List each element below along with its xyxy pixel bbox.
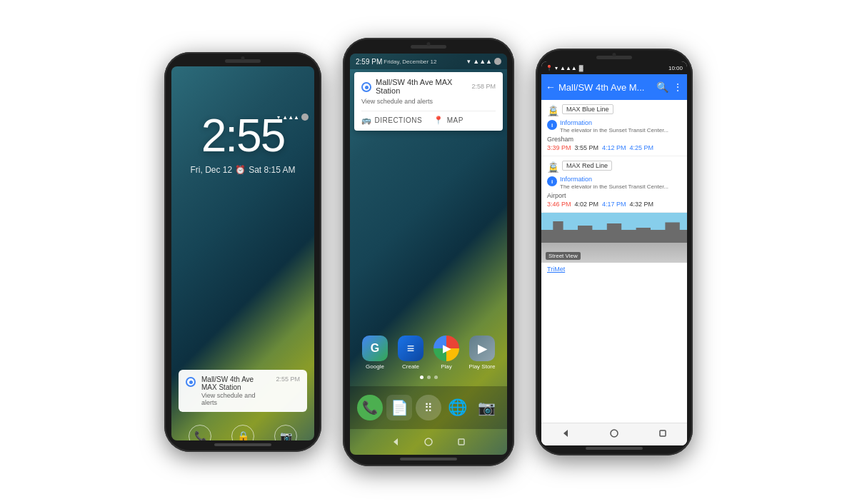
red-line-badge: MAX Red Line <box>562 161 612 171</box>
svg-marker-6 <box>563 430 568 437</box>
dock-docs[interactable]: 📄 <box>386 395 412 420</box>
avatar-icon <box>301 114 309 121</box>
train-icon-red: 🚊 <box>547 161 559 173</box>
dock-phone[interactable]: 📞 <box>357 395 383 420</box>
app-google[interactable]: G Google <box>359 336 391 370</box>
google-label: Google <box>366 363 384 370</box>
create-label: Create <box>402 363 419 370</box>
phone-chin-2 <box>400 458 457 460</box>
svg-point-7 <box>611 430 618 437</box>
signal-icon-3: ▲▲▲ <box>560 65 577 71</box>
red-line-info-row: i Information The elevator in the Sunset… <box>547 176 681 190</box>
transit-home-icon <box>609 428 619 438</box>
red-line-section: 🚊 MAX Red Line i Information The elevato… <box>541 156 687 213</box>
blue-time-3: 4:12 PM <box>602 144 626 151</box>
notification-subtitle-2: View schedule and alerts <box>361 98 496 105</box>
lock-bottom-icons: 📞 🔒 📷 <box>171 425 314 440</box>
page-dots <box>357 376 500 379</box>
transit-home-button[interactable] <box>609 428 619 440</box>
red-line-destination: Airport <box>547 192 681 199</box>
street-buildings <box>541 221 687 243</box>
alarm-icon: ⏰ <box>235 165 246 175</box>
info-icon-red: i <box>547 176 557 186</box>
notification-time: 2:55 PM <box>276 376 300 383</box>
blue-line-info-link[interactable]: Information <box>560 119 668 126</box>
home-status-right: ▾ ▲▲▲ <box>467 58 501 65</box>
front-camera <box>241 56 245 60</box>
page-title: Mall/SW 4th Ave M... <box>558 82 653 93</box>
back-icon-2 <box>391 437 401 447</box>
red-line-info-link[interactable]: Information <box>560 176 668 183</box>
app-playstore[interactable]: ▶ Play Store <box>466 336 498 370</box>
blue-line-info: Information The elevator in the Sunset T… <box>560 119 668 133</box>
lock-icon[interactable]: 🔒 <box>231 425 254 440</box>
home-status-time: 2:59 PM <box>356 58 382 66</box>
status-icons: ▾ ▲▲▲ <box>277 114 309 121</box>
blue-time-2: 3:55 PM <box>575 144 599 151</box>
back-button[interactable]: ← <box>546 81 556 93</box>
front-camera-3 <box>613 53 616 56</box>
dock-chrome[interactable]: 🌐 <box>445 395 471 420</box>
recents-icon-2 <box>456 437 466 447</box>
recents-nav-button-2[interactable] <box>455 435 468 448</box>
transit-back-icon <box>561 428 571 438</box>
playstore-icon: ▶ <box>469 336 495 361</box>
transit-app: 📍 ▾ ▲▲▲ ▓ 10:00 ← Mall/SW 4th Ave M... 🔍… <box>541 61 687 445</box>
home-nav-button-2[interactable] <box>422 435 435 448</box>
directions-icon: 🚌 <box>361 116 372 125</box>
dock-camera[interactable]: 📷 <box>474 395 500 420</box>
blue-line-header: 🚊 MAX Blue Line <box>547 104 681 116</box>
expanded-notification[interactable]: Mall/SW 4th Ave MAX Station 2:58 PM View… <box>354 72 503 131</box>
home-nav-bar <box>350 429 507 455</box>
notification-icon <box>186 377 196 387</box>
transit-status-bar: 📍 ▾ ▲▲▲ ▓ 10:00 <box>541 61 687 74</box>
lock-date: Fri, Dec 12 ⏰ Sat 8:15 AM <box>171 165 314 175</box>
wifi-icon: ▾ <box>277 114 280 121</box>
battery-icon: ▓ <box>579 65 583 71</box>
back-nav-button-2[interactable] <box>389 435 402 448</box>
trimet-link[interactable]: TriMet <box>541 263 687 276</box>
app-create[interactable]: ≡ Create <box>395 336 426 370</box>
notification-title: Mall/SW 4th Ave MAX Station <box>201 376 270 391</box>
playstore-label: Play Store <box>469 363 496 370</box>
location-icon: 📍 <box>546 65 553 71</box>
app-play[interactable]: ▶ Play <box>431 336 462 370</box>
notification-text: Mall/SW 4th Ave MAX Station View schedul… <box>201 376 270 406</box>
phone-icon[interactable]: 📞 <box>189 425 211 440</box>
camera-icon[interactable]: 📷 <box>274 425 297 440</box>
map-action[interactable]: 📍 MAP <box>433 116 463 125</box>
alarm-time: Sat 8:15 AM <box>249 165 295 175</box>
map-icon: 📍 <box>433 116 444 125</box>
notification-header: Mall/SW 4th Ave MAX Station 2:58 PM <box>361 78 496 95</box>
map-label: MAP <box>447 116 463 124</box>
train-icon-blue: 🚊 <box>547 105 559 116</box>
more-button[interactable]: ⋮ <box>673 81 683 93</box>
red-line-info: Information The elevator in the Sunset T… <box>560 176 668 190</box>
street-view[interactable]: Street View <box>541 213 687 263</box>
home-circle-icon <box>424 437 433 447</box>
phone-chin-3 <box>586 447 643 450</box>
search-button[interactable]: 🔍 <box>656 81 668 93</box>
svg-rect-5 <box>458 439 464 445</box>
transit-content: 🚊 MAX Blue Line i Information The elevat… <box>541 100 687 423</box>
blue-line-times: 3:39 PM 3:55 PM 4:12 PM 4:25 PM <box>547 144 681 151</box>
transit-back-button[interactable] <box>561 428 571 440</box>
directions-action[interactable]: 🚌 DIRECTIONS <box>361 116 422 125</box>
directions-label: DIRECTIONS <box>375 116 423 124</box>
red-time-2: 4:02 PM <box>575 201 599 208</box>
phone-chin <box>214 443 271 446</box>
status-bar: ▾ ▲▲▲ <box>171 109 314 125</box>
blue-line-badge: MAX Blue Line <box>562 104 613 114</box>
red-time-4: 4:32 PM <box>630 201 654 208</box>
home-status-bar: 2:59 PM Friday, December 12 ▾ ▲▲▲ <box>350 54 507 69</box>
dock-apps[interactable]: ⠿ <box>416 395 441 420</box>
blue-line-info-desc: The elevator in the Sunset Transit Cente… <box>560 127 668 133</box>
signal-icon: ▲▲▲ <box>282 114 299 121</box>
notification-subtitle: View schedule and alerts <box>201 392 270 406</box>
transit-recents-button[interactable] <box>658 428 668 440</box>
transit-toolbar: ← Mall/SW 4th Ave M... 🔍 ⋮ <box>541 74 687 100</box>
transit-recents-icon <box>658 428 668 438</box>
create-icon: ≡ <box>398 336 424 361</box>
blue-time-1: 3:39 PM <box>547 144 571 151</box>
lock-notification[interactable]: Mall/SW 4th Ave MAX Station View schedul… <box>179 370 307 412</box>
